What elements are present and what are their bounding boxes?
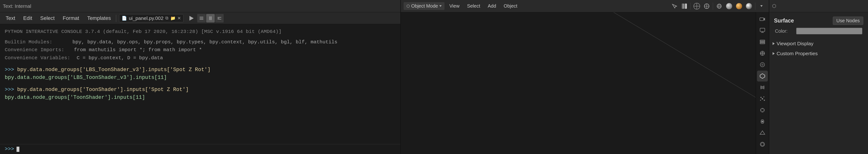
viewport-display-label: Viewport Display bbox=[777, 41, 813, 47]
solid-btn[interactable] bbox=[725, 2, 734, 11]
svg-rect-9 bbox=[760, 28, 765, 31]
overlay-btn[interactable] bbox=[692, 2, 701, 11]
color-row: Color: bbox=[774, 28, 863, 34]
tab-particle[interactable] bbox=[757, 93, 768, 104]
material-preview-btn[interactable] bbox=[735, 2, 744, 11]
surface-title-row: Surface Use Nodes bbox=[774, 17, 863, 25]
console-convenience-imports: Convenience Imports: from mathutils impo… bbox=[5, 46, 396, 54]
properties-top-bar: ⬡ bbox=[769, 0, 868, 12]
custom-properties-row[interactable]: Custom Properties bbox=[771, 49, 866, 58]
tab-physics[interactable] bbox=[757, 105, 768, 116]
prompt-symbol-1: >>> bbox=[5, 67, 14, 73]
tab-output[interactable] bbox=[757, 25, 768, 36]
cursor-icon-btn[interactable] bbox=[670, 2, 679, 11]
solid-sphere-icon bbox=[726, 3, 732, 9]
menu-select[interactable]: Select bbox=[36, 14, 58, 23]
mode-chevron bbox=[439, 5, 442, 7]
properties-content: Surface Use Nodes Color: Viewport Displa… bbox=[769, 12, 868, 154]
viewport-shading-btn[interactable] bbox=[680, 2, 689, 11]
nav-object[interactable]: Object bbox=[501, 2, 520, 10]
material-section: Surface Use Nodes Color: bbox=[771, 14, 866, 39]
close-icon[interactable]: ✕ bbox=[177, 16, 181, 21]
svg-point-27 bbox=[764, 100, 765, 101]
svg-rect-14 bbox=[760, 43, 765, 44]
console-block-1: >>> bpy.data.node_groups['LBS_ToonShader… bbox=[5, 66, 396, 81]
surface-title: Surface bbox=[774, 18, 833, 24]
sep1 bbox=[690, 3, 691, 10]
console-result-1: bpy.data.node_groups['LBS_ToonShader_v3'… bbox=[5, 74, 396, 81]
svg-point-26 bbox=[760, 100, 761, 101]
nav-select[interactable]: Select bbox=[464, 2, 483, 10]
svg-marker-34 bbox=[760, 131, 765, 134]
tab-world[interactable] bbox=[757, 59, 768, 70]
svg-rect-7 bbox=[760, 18, 764, 21]
tab-constraint[interactable] bbox=[757, 116, 768, 127]
filename-label: ui_panel.py.002 bbox=[129, 16, 163, 21]
copy-icon[interactable]: ⧉ bbox=[165, 16, 168, 21]
active-prompt: >>> bbox=[5, 146, 14, 152]
svg-line-6 bbox=[614, 12, 755, 97]
console-prompt-1: >>> bpy.data.node_groups['LBS_ToonShader… bbox=[5, 66, 396, 74]
console-info-line: PYTHON INTERACTIVE CONSOLE 3.7.4 (defaul… bbox=[5, 28, 396, 35]
tab-render[interactable] bbox=[757, 14, 768, 25]
svg-point-36 bbox=[761, 143, 764, 146]
builtin-value: bpy, bpy.data, bpy.ops, bpy.props, bpy.t… bbox=[72, 39, 338, 45]
tab-scene[interactable] bbox=[757, 48, 768, 59]
svg-point-23 bbox=[761, 97, 762, 98]
viewport-top-bar: ⬡ Object Mode View Select Add Object bbox=[401, 0, 769, 12]
viewport-canvas[interactable] bbox=[401, 12, 755, 154]
console-result-2: bpy.data.node_groups['ToonShader'].input… bbox=[5, 94, 396, 101]
sep2 bbox=[713, 3, 713, 10]
rendered-btn[interactable] bbox=[744, 2, 753, 11]
folder-icon[interactable]: 📁 bbox=[170, 16, 176, 21]
text-editor-label: Text: Internal bbox=[3, 3, 31, 9]
menu-format[interactable]: Format bbox=[59, 14, 83, 23]
use-nodes-button[interactable]: Use Nodes bbox=[833, 17, 863, 25]
viewport-right-icons bbox=[670, 2, 766, 11]
mode-icon: ⬡ bbox=[406, 4, 410, 8]
rendered-sphere-icon bbox=[746, 3, 752, 9]
filename-area[interactable]: 📄 ui_panel.py.002 ⧉ 📁 ✕ bbox=[119, 14, 184, 22]
layout-btn-split[interactable] bbox=[206, 14, 215, 23]
variables-label: Convenience Variables: bbox=[5, 55, 70, 61]
svg-point-25 bbox=[762, 98, 763, 100]
tab-material[interactable] bbox=[757, 139, 768, 150]
nav-view[interactable]: View bbox=[446, 2, 462, 10]
console-output: PYTHON INTERACTIVE CONSOLE 3.7.4 (defaul… bbox=[0, 24, 400, 144]
viewport-display-row[interactable]: Viewport Display bbox=[771, 39, 866, 48]
color-swatch[interactable] bbox=[796, 28, 862, 34]
gizmo-btn[interactable] bbox=[702, 2, 711, 11]
code-line-2: bpy.data.node_groups['ToonShader'].input… bbox=[17, 87, 189, 93]
globe-icon bbox=[693, 3, 700, 9]
svg-rect-12 bbox=[760, 40, 765, 41]
layout-btn-full[interactable] bbox=[215, 14, 224, 23]
variables-value: C = bpy.context, D = bpy.data bbox=[76, 55, 163, 61]
run-icon bbox=[189, 16, 194, 21]
menu-templates[interactable]: Templates bbox=[83, 14, 115, 23]
menu-edit[interactable]: Edit bbox=[19, 14, 36, 23]
menu-text[interactable]: Text bbox=[2, 14, 19, 23]
layout-btn-list[interactable] bbox=[197, 14, 206, 23]
viewport-display-arrow bbox=[773, 42, 775, 45]
tab-object-data[interactable] bbox=[757, 127, 768, 138]
header-dropdown-btn[interactable] bbox=[757, 2, 766, 11]
text-editor-header: Text: Internal bbox=[0, 0, 400, 12]
tab-view-layer[interactable] bbox=[757, 36, 768, 47]
svg-point-18 bbox=[761, 63, 764, 66]
cursor bbox=[17, 147, 19, 152]
convenience-value: from mathutils import *; from math impor… bbox=[74, 47, 202, 53]
custom-properties-label: Custom Properties bbox=[777, 51, 818, 56]
tab-object[interactable] bbox=[757, 71, 768, 81]
console-input-line[interactable]: >>> bbox=[0, 144, 400, 154]
nav-add[interactable]: Add bbox=[485, 2, 499, 10]
object-mode-button[interactable]: ⬡ Object Mode bbox=[404, 2, 444, 10]
svg-point-33 bbox=[762, 121, 763, 122]
tab-modifier[interactable] bbox=[757, 82, 768, 93]
prompt-symbol-2: >>> bbox=[5, 87, 14, 93]
properties-header-icon: ⬡ bbox=[772, 3, 776, 9]
svg-point-24 bbox=[763, 97, 764, 97]
run-button[interactable] bbox=[187, 14, 196, 23]
wireframe-btn[interactable] bbox=[715, 2, 724, 11]
properties-panel: ⬡ Surface Use Nodes Color: Vi bbox=[769, 0, 868, 154]
header-chevron-icon bbox=[760, 5, 763, 7]
